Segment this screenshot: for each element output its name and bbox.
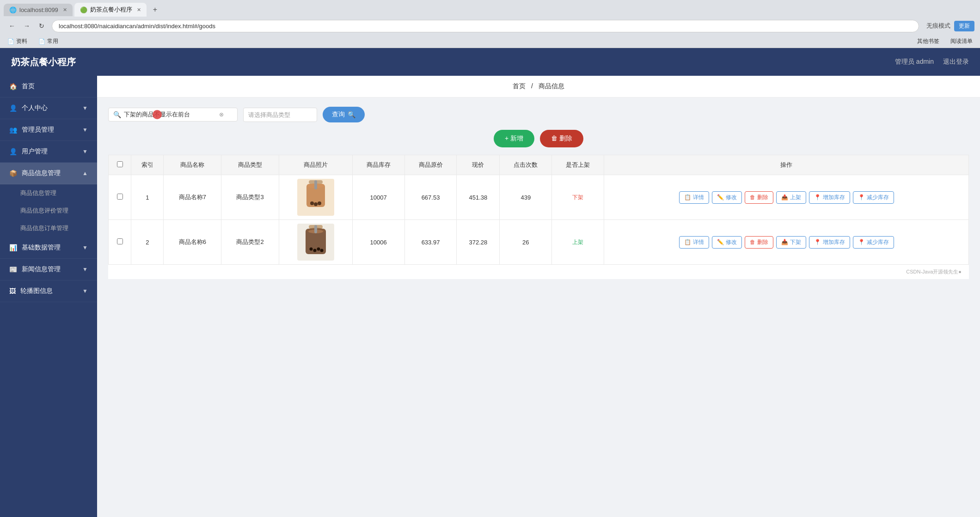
sidebar-sub-goods-review[interactable]: 商品信息评价管理 <box>0 202 97 219</box>
col-price: 现价 <box>457 155 500 175</box>
breadcrumb: 首页 / 商品信息 <box>97 76 980 97</box>
main-layout: 🏠 首页 👤 个人中心 ▼ 👥 管理员管理 ▼ � <box>0 76 980 517</box>
goods-icon: 📦 <box>9 170 17 177</box>
row2-edit-btn[interactable]: ✏️ 修改 <box>712 236 742 249</box>
content-area: 首页 / 商品信息 🔍 ⊗ 请选择商品类型 <box>97 76 980 517</box>
search-input[interactable] <box>124 111 216 118</box>
row2-name: 商品名称6 <box>164 220 221 265</box>
row2-type: 商品类型2 <box>221 220 279 265</box>
row1-delete-btn[interactable]: 🗑 删除 <box>745 191 773 204</box>
clear-icon[interactable]: ⊗ <box>219 111 224 118</box>
query-search-icon: 🔍 <box>348 111 355 118</box>
sidebar-sub-goods-info[interactable]: 商品信息管理 <box>0 184 97 202</box>
row2-status: 上架 <box>552 220 604 265</box>
row2-add-stock-btn[interactable]: 📍 增加库存 <box>809 236 850 249</box>
row1-checkbox[interactable] <box>109 175 131 220</box>
sidebar-home-label: 首页 <box>22 82 35 91</box>
col-checkbox <box>109 155 131 175</box>
bookmark-icon-2: 📄 <box>38 38 45 45</box>
row2-checkbox[interactable] <box>109 220 131 265</box>
add-btn[interactable]: + 新增 <box>494 130 534 147</box>
edit-icon: ✏️ <box>717 194 724 201</box>
row2-stock: 10006 <box>352 220 404 265</box>
tab-app[interactable]: 🟢 奶茶点餐小程序 ✕ <box>74 3 147 17</box>
content-body: 🔍 ⊗ 请选择商品类型 商品类型1 商品类型2 商品类型3 <box>97 107 980 290</box>
filter-row: 🔍 ⊗ 请选择商品类型 商品类型1 商品类型2 商品类型3 <box>108 107 969 122</box>
row1-detail-btn[interactable]: 📋 详情 <box>679 191 709 204</box>
action-row: + 新增 🗑 删除 <box>108 130 969 147</box>
add-stock-icon-2: 📍 <box>814 239 821 245</box>
row2-clicks: 26 <box>500 220 552 265</box>
tab-favicon-app: 🟢 <box>80 6 87 13</box>
svg-point-13 <box>317 247 320 250</box>
update-btn[interactable]: 更新 <box>954 21 974 31</box>
banner-icon: 🖼 <box>9 287 16 295</box>
bookmark-others[interactable]: 其他书签 <box>915 36 941 46</box>
sidebar-item-goods[interactable]: 📦 商品信息管理 ▲ <box>0 163 97 184</box>
sidebar-users-label: 用户管理 <box>22 147 48 156</box>
tab-localhost[interactable]: 🌐 localhost:8099 ✕ <box>4 4 73 16</box>
url-input[interactable]: localhost:8080/naicaidiancan/admin/dist/… <box>52 20 919 32</box>
sidebar-sub-goods-order[interactable]: 商品信息订单管理 <box>0 219 97 237</box>
row2-delete-btn[interactable]: 🗑 删除 <box>745 236 773 249</box>
address-bar: ← → ↻ localhost:8080/naicaidiancan/admin… <box>0 17 980 35</box>
category-select[interactable]: 请选择商品类型 商品类型1 商品类型2 商品类型3 <box>243 108 317 122</box>
bookmark-ziliao[interactable]: 📄 资料 <box>6 36 29 46</box>
query-btn-label: 查询 <box>332 110 345 119</box>
row2-original-price: 633.97 <box>404 220 457 265</box>
detail-icon-2: 📋 <box>684 239 691 245</box>
bookmark-icon: 📄 <box>7 38 14 45</box>
breadcrumb-home[interactable]: 首页 <box>513 82 526 90</box>
bookmark-read[interactable]: 阅读清单 <box>949 36 974 46</box>
col-actions: 操作 <box>604 155 969 175</box>
bookmark-changyong[interactable]: 📄 常用 <box>37 36 60 46</box>
sidebar-item-users[interactable]: 👤 用户管理 ▼ <box>0 141 97 163</box>
back-btn[interactable]: ← <box>6 19 18 32</box>
sidebar-item-basedata[interactable]: 📊 基础数据管理 ▼ <box>0 237 97 259</box>
new-tab-btn[interactable]: + <box>148 4 162 16</box>
add-btn-label: + 新增 <box>505 134 523 143</box>
select-all-checkbox[interactable] <box>117 161 123 167</box>
shelve-icon: 📤 <box>781 194 788 201</box>
col-status: 是否上架 <box>552 155 604 175</box>
reduce-stock-icon: 📍 <box>858 194 865 201</box>
row1-reduce-stock-btn[interactable]: 📍 减少库存 <box>853 191 894 204</box>
unshelve-icon: 📥 <box>781 239 788 245</box>
sidebar-item-profile[interactable]: 👤 个人中心 ▼ <box>0 97 97 119</box>
delete-btn[interactable]: 🗑 删除 <box>540 130 583 147</box>
sidebar-item-admin[interactable]: 👥 管理员管理 ▼ <box>0 119 97 141</box>
search-wrapper: 🔍 ⊗ <box>108 108 238 122</box>
query-btn[interactable]: 查询 🔍 <box>323 107 365 122</box>
sidebar-item-banner[interactable]: 🖼 轮播图信息 ▼ <box>0 280 97 302</box>
bookmark-label: 资料 <box>16 37 27 45</box>
goods-table: 索引 商品名称 商品类型 商品照片 商品库存 商品原价 现价 点击次数 是否上架… <box>108 155 969 265</box>
sidebar-item-news[interactable]: 📰 新闻信息管理 ▼ <box>0 259 97 280</box>
refresh-btn[interactable]: ↻ <box>35 19 48 32</box>
admin-arrow-icon: ▼ <box>82 127 88 133</box>
tab-close-app[interactable]: ✕ <box>137 7 141 13</box>
row1-edit-btn[interactable]: ✏️ 修改 <box>712 191 742 204</box>
browser-chrome: 🌐 localhost:8099 ✕ 🟢 奶茶点餐小程序 ✕ + ← → ↻ l… <box>0 0 980 48</box>
detail-icon: 📋 <box>684 194 691 201</box>
admin-icon: 👥 <box>9 126 17 134</box>
edit-icon-2: ✏️ <box>717 239 724 245</box>
app-title: 奶茶点餐小程序 <box>11 56 76 68</box>
incognito-label: 无痕模式 <box>926 22 950 30</box>
basedata-icon: 📊 <box>9 244 17 251</box>
row1-add-stock-btn[interactable]: 📍 增加库存 <box>809 191 850 204</box>
home-icon: 🏠 <box>9 83 17 90</box>
tab-close[interactable]: ✕ <box>63 7 67 13</box>
users-arrow-icon: ▼ <box>82 148 88 155</box>
tab-label: localhost:8099 <box>19 6 58 13</box>
row2-reduce-stock-btn[interactable]: 📍 减少库存 <box>853 236 894 249</box>
product-svg-1 <box>302 180 330 215</box>
row2-price: 372.28 <box>457 220 500 265</box>
row1-shelve-btn[interactable]: 📤 上架 <box>776 191 806 204</box>
row2-unshelve-btn[interactable]: 📥 下架 <box>776 236 806 249</box>
users-icon: 👤 <box>9 148 17 155</box>
sidebar-item-home[interactable]: 🏠 首页 <box>0 76 97 97</box>
logout-btn[interactable]: 退出登录 <box>943 58 969 66</box>
forward-btn[interactable]: → <box>20 19 33 32</box>
row2-detail-btn[interactable]: 📋 详情 <box>679 236 709 249</box>
admin-label: 管理员 admin <box>895 58 934 66</box>
